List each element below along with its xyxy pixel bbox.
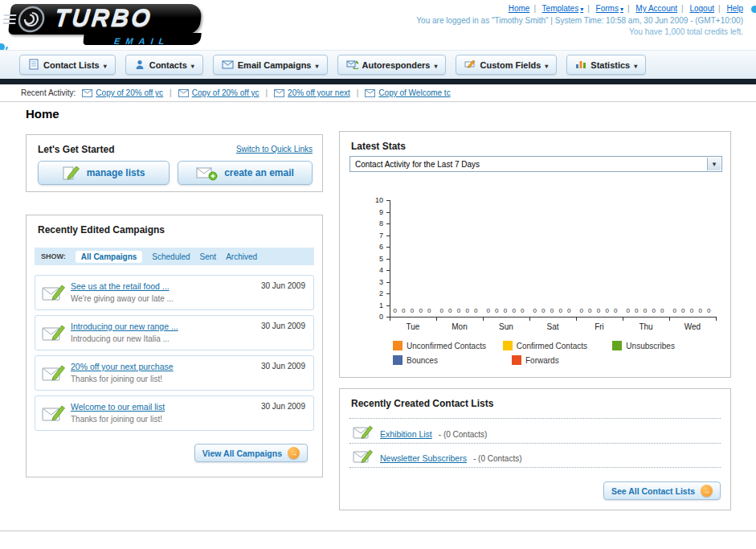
app-logo[interactable]: TURBO EMAIL bbox=[10, 4, 210, 46]
nav-tab-statistics[interactable]: Statistics bbox=[566, 55, 646, 75]
nav-tab-contact-lists[interactable]: Contact Lists bbox=[19, 55, 116, 75]
legend-swatch bbox=[503, 341, 513, 350]
campaign-row[interactable]: 20% off your next purchase Thanks for jo… bbox=[35, 355, 314, 391]
divider bbox=[357, 88, 359, 97]
link-home[interactable]: Home bbox=[509, 4, 530, 13]
bar-value-labels: 0 0 0 0 0 bbox=[390, 307, 436, 314]
x-tick-mark bbox=[483, 317, 484, 321]
x-tick-label: Tue bbox=[390, 322, 436, 331]
switch-to-quick-links[interactable]: Switch to Quick Links bbox=[236, 145, 313, 154]
latest-stats-title: Latest Stats bbox=[351, 141, 406, 152]
legend-item-unsubscribes: Unsubscribes bbox=[612, 341, 722, 350]
x-tick-mark bbox=[716, 317, 717, 321]
envelope-icon bbox=[178, 89, 189, 97]
chart-legend: Unconfirmed Contacts Confirmed Contacts … bbox=[393, 341, 722, 370]
footer-divider bbox=[0, 531, 756, 531]
bar-value-labels: 0 0 0 0 0 bbox=[669, 307, 716, 314]
campaign-title-link[interactable]: See us at the retail food ... bbox=[71, 281, 170, 291]
nav-divider-bar bbox=[0, 79, 756, 84]
nav-tab-autoresponders[interactable]: Autoresponders bbox=[337, 55, 447, 75]
nav-tab-contacts[interactable]: Contacts bbox=[125, 55, 203, 75]
arrow-right-icon bbox=[288, 447, 300, 459]
divider bbox=[623, 4, 634, 13]
chevron-down-icon bbox=[545, 60, 548, 70]
filter-scheduled[interactable]: Scheduled bbox=[152, 252, 190, 261]
login-info: You are logged in as "Timothy Smith" | S… bbox=[416, 16, 743, 25]
link-help[interactable]: Help bbox=[726, 4, 743, 13]
contact-list-row[interactable]: Exhibition List - (0 Contacts) bbox=[353, 424, 487, 444]
select-dropdown-arrow-icon bbox=[707, 158, 721, 170]
stats-period-select[interactable]: Contact Activity for the Last 7 Days bbox=[349, 156, 722, 172]
campaign-title-link[interactable]: 20% off your next purchase bbox=[71, 362, 174, 371]
recent-activity-item[interactable]: Copy of 20% off yc bbox=[82, 88, 163, 97]
statistics-icon bbox=[575, 59, 586, 71]
recent-activity-label: Recent Activity: bbox=[21, 88, 76, 97]
link-templates[interactable]: Templates bbox=[542, 4, 584, 13]
x-tick-label: Sun bbox=[483, 322, 529, 331]
y-tick-mark bbox=[386, 247, 390, 248]
nav-tab-label: Statistics bbox=[590, 60, 630, 70]
recent-campaigns-panel: Recently Edited Campaigns SHOW: All Camp… bbox=[26, 215, 323, 477]
create-email-button[interactable]: create an email bbox=[178, 161, 313, 185]
link-logout[interactable]: Logout bbox=[689, 4, 714, 13]
view-all-campaigns-button[interactable]: View All Campaigns bbox=[194, 444, 308, 462]
recent-activity-item[interactable]: Copy of 20% off yc bbox=[178, 88, 259, 97]
contacts-icon bbox=[134, 59, 145, 72]
nav-tab-label: Autoresponders bbox=[362, 60, 431, 70]
top-nav-links: Home Templates Forms My Account Logout H… bbox=[416, 4, 743, 13]
legend-item-bounces: Bounces bbox=[393, 355, 512, 365]
x-tick-mark bbox=[390, 317, 390, 321]
see-all-contact-lists-button[interactable]: See All Contact Lists bbox=[603, 481, 721, 500]
campaign-row[interactable]: Introducing our new range ... Introducin… bbox=[35, 315, 314, 350]
link-forms[interactable]: Forms bbox=[596, 4, 623, 13]
recent-activity-link: Copy of Welcome tc bbox=[378, 88, 450, 97]
filter-archived[interactable]: Archived bbox=[226, 252, 257, 261]
bar-value-labels: 0 0 0 0 0 bbox=[529, 307, 576, 314]
legend-item-forwards: Forwards bbox=[512, 355, 631, 365]
filter-sent[interactable]: Sent bbox=[200, 252, 217, 261]
stats-period-value: Contact Activity for the Last 7 Days bbox=[355, 160, 480, 169]
legend-swatch bbox=[393, 355, 403, 365]
nav-tab-email-campaigns[interactable]: Email Campaigns bbox=[213, 55, 328, 75]
x-tick-label: Thu bbox=[623, 322, 669, 331]
manage-lists-label: manage lists bbox=[87, 167, 145, 178]
campaign-row[interactable]: Welcome to our email list Thanks for joi… bbox=[35, 395, 314, 431]
recent-activity-item[interactable]: Copy of Welcome tc bbox=[365, 88, 450, 97]
y-tick-mark bbox=[386, 200, 390, 201]
filter-all-campaigns[interactable]: All Campaigns bbox=[76, 251, 142, 263]
campaign-filter-bar: SHOW: All Campaigns Scheduled Sent Archi… bbox=[35, 248, 314, 265]
y-tick-label: 1 bbox=[349, 301, 383, 309]
logo-subtitle-strip: EMAIL bbox=[83, 33, 202, 45]
y-tick-mark bbox=[386, 305, 390, 306]
custom-fields-icon bbox=[464, 59, 476, 71]
logo-title: TURBO bbox=[53, 5, 153, 32]
y-tick-mark bbox=[386, 223, 390, 224]
contact-list-count: - (0 Contacts) bbox=[473, 454, 522, 463]
divider bbox=[265, 88, 268, 97]
x-tick-label: Sat bbox=[529, 322, 576, 331]
edge-dot-decoration bbox=[751, 6, 756, 13]
contact-list-row[interactable]: Newsletter Subscribers - (0 Contacts) bbox=[353, 449, 522, 468]
envelope-icon bbox=[274, 89, 284, 97]
legend-label: Forwards bbox=[525, 356, 559, 365]
manage-lists-button[interactable]: manage lists bbox=[38, 161, 170, 185]
campaign-row[interactable]: See us at the retail food ... We're givi… bbox=[35, 275, 314, 310]
envelope-pencil-icon bbox=[42, 363, 66, 386]
logo-subtitle: EMAIL bbox=[113, 36, 170, 46]
envelope-pencil-icon bbox=[42, 283, 66, 305]
main-nav: Contact Lists Contacts Email Campaigns A… bbox=[0, 50, 756, 79]
contact-list-link[interactable]: Newsletter Subscribers bbox=[380, 453, 467, 463]
legend-swatch bbox=[393, 341, 403, 350]
campaign-subtitle: Thanks for joining our list! bbox=[71, 415, 162, 424]
campaign-title-link[interactable]: Introducing our new range ... bbox=[71, 322, 178, 331]
contact-list-link[interactable]: Exhibition List bbox=[380, 429, 432, 439]
link-templates-label: Templates bbox=[542, 4, 579, 13]
nav-tab-custom-fields[interactable]: Custom Fields bbox=[456, 55, 557, 75]
campaign-date: 30 Jun 2009 bbox=[261, 362, 305, 371]
campaign-title-link[interactable]: Welcome to our email list bbox=[71, 402, 165, 412]
recent-activity-item[interactable]: 20% off your next bbox=[274, 88, 350, 97]
nav-tab-label: Contact Lists bbox=[43, 60, 100, 70]
nav-tab-label: Contacts bbox=[149, 60, 187, 70]
link-my-account[interactable]: My Account bbox=[635, 4, 677, 13]
x-tick-mark bbox=[436, 317, 437, 321]
